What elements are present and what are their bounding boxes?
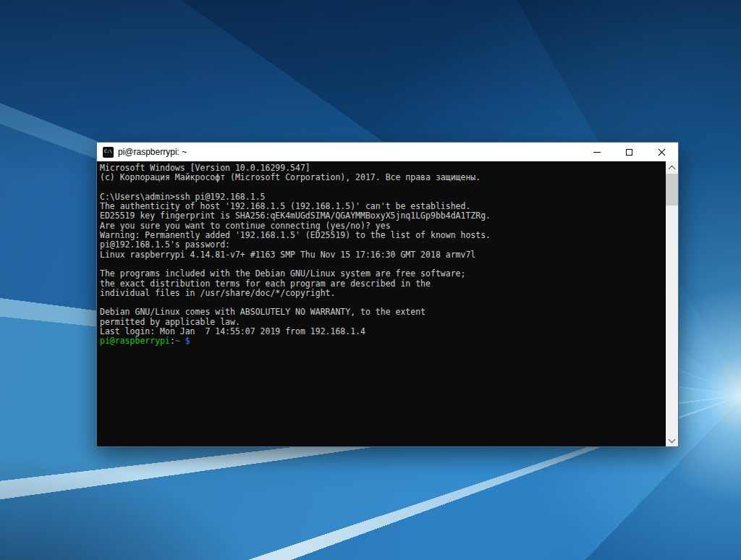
caption-buttons [580, 143, 678, 161]
terminal-line: Debian GNU/Linux comes with ABSOLUTELY N… [100, 307, 666, 317]
terminal-line: individual files in /usr/share/doc/*/cop… [100, 289, 666, 298]
cmd-icon-glyph: C:\ [103, 147, 112, 154]
close-icon [658, 148, 666, 156]
scroll-up-button[interactable] [666, 161, 678, 174]
terminal-output: Microsoft Windows [Version 10.0.16299.54… [97, 161, 666, 446]
terminal-line [100, 260, 666, 269]
terminal-console[interactable]: Microsoft Windows [Version 10.0.16299.54… [97, 161, 678, 446]
terminal-line: Are you sure you want to continue connec… [100, 221, 666, 231]
terminal-line: The authenticity of host '192.168.1.5 (1… [100, 202, 666, 211]
terminal-line: C:\Users\admin>ssh pi@192.168.1.5 [100, 192, 666, 202]
terminal-line: pi@raspberrypi:~ $ [100, 336, 666, 346]
maximize-button[interactable] [613, 143, 645, 161]
terminal-line: the exact distribution terms for each pr… [100, 279, 666, 289]
chevron-up-icon [669, 166, 676, 173]
terminal-line [100, 298, 666, 307]
chevron-down-icon [669, 436, 676, 444]
window-title: pi@raspberrypi: ~ [118, 147, 187, 157]
scrollbar-thumb[interactable] [666, 174, 678, 205]
cmd-icon: C:\ [103, 147, 114, 158]
terminal-line: Last login: Mon Jan 7 14:55:07 2019 from… [100, 327, 666, 336]
terminal-line: Microsoft Windows [Version 10.0.16299.54… [100, 164, 666, 173]
desktop: C:\ pi@raspberrypi: ~ Microsoft Windows … [0, 0, 741, 560]
terminal-line: Linux raspberrypi 4.14.81-v7+ #1163 SMP … [100, 250, 666, 260]
terminal-line: The programs included with the Debian GN… [100, 269, 666, 279]
terminal-window: C:\ pi@raspberrypi: ~ Microsoft Windows … [96, 142, 679, 447]
minimize-icon [593, 152, 601, 153]
maximize-icon [626, 149, 632, 156]
window-titlebar[interactable]: C:\ pi@raspberrypi: ~ [97, 143, 678, 161]
terminal-line: Warning: Permanently added '192.168.1.5'… [100, 231, 666, 240]
terminal-line: (c) Корпорация Майкрософт (Microsoft Cor… [100, 173, 666, 182]
terminal-line: permitted by applicable law. [100, 318, 666, 327]
close-button[interactable] [645, 143, 678, 161]
scroll-down-button[interactable] [666, 434, 678, 446]
terminal-line: pi@192.168.1.5's password: [100, 240, 666, 250]
terminal-scrollbar[interactable] [666, 161, 678, 446]
terminal-line: ED25519 key fingerprint is SHA256:qEK4mU… [100, 211, 666, 221]
terminal-line [100, 183, 666, 192]
minimize-button[interactable] [580, 143, 613, 161]
